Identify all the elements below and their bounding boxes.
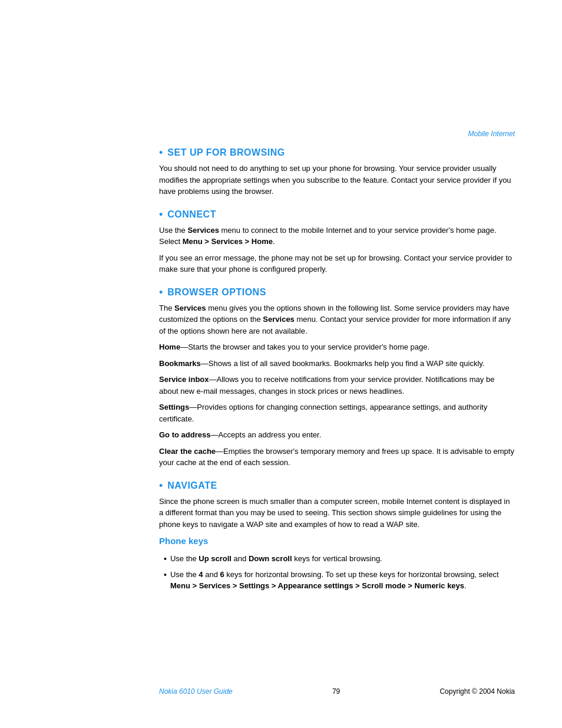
page: Mobile Internet • SET UP FOR BROWSING Yo… bbox=[0, 0, 562, 728]
section-title-setup: SET UP FOR BROWSING bbox=[167, 147, 285, 158]
section-title-navigate: NAVIGATE bbox=[167, 480, 217, 491]
bullet-navigate: • bbox=[159, 480, 163, 491]
content-area: Mobile Internet • SET UP FOR BROWSING Yo… bbox=[159, 0, 515, 639]
phone-keys-list: Use the Up scroll and Down scroll keys f… bbox=[159, 553, 515, 592]
footer: Nokia 6010 User Guide 79 Copyright © 200… bbox=[159, 687, 515, 696]
bullet-browser-options: • bbox=[159, 287, 163, 298]
section-heading-navigate: • NAVIGATE bbox=[159, 480, 515, 491]
phone-key-item-2: Use the 4 and 6 keys for horizontal brow… bbox=[164, 569, 515, 592]
section-title-browser-options: BROWSER OPTIONS bbox=[167, 287, 266, 298]
section-body-setup: You should not need to do anything to se… bbox=[159, 163, 515, 197]
navigate-intro: Since the phone screen is much smaller t… bbox=[159, 496, 515, 531]
subsection-title-phone-keys: Phone keys bbox=[159, 535, 515, 548]
connect-para-1: Use the Services menu to connect to the … bbox=[159, 225, 515, 248]
section-heading-connect: • CONNECT bbox=[159, 209, 515, 220]
term-service-inbox: Service inbox—Allows you to receive noti… bbox=[159, 374, 515, 397]
bullet-connect: • bbox=[159, 209, 163, 220]
section-title-connect: CONNECT bbox=[167, 209, 216, 220]
term-bookmarks: Bookmarks—Shows a list of all saved book… bbox=[159, 358, 515, 370]
section-body-connect: Use the Services menu to connect to the … bbox=[159, 225, 515, 275]
term-clear-cache: Clear the cache—Empties the browser's te… bbox=[159, 446, 515, 469]
section-heading-browser-options: • BROWSER OPTIONS bbox=[159, 287, 515, 298]
term-settings: Settings—Provides options for changing c… bbox=[159, 401, 515, 424]
page-label: Mobile Internet bbox=[159, 130, 515, 138]
section-heading-setup: • SET UP FOR BROWSING bbox=[159, 147, 515, 158]
section-setup: • SET UP FOR BROWSING You should not nee… bbox=[159, 147, 515, 197]
footer-copyright: Copyright © 2004 Nokia bbox=[439, 687, 515, 696]
subsection-phone-keys: Phone keys Use the Up scroll and Down sc… bbox=[159, 535, 515, 592]
phone-key-item-1: Use the Up scroll and Down scroll keys f… bbox=[164, 553, 515, 565]
section-browser-options: • BROWSER OPTIONS The Services menu give… bbox=[159, 287, 515, 469]
section-body-browser-options: The Services menu gives you the options … bbox=[159, 302, 515, 469]
footer-page-number: 79 bbox=[332, 687, 340, 696]
term-home: Home—Starts the browser and takes you to… bbox=[159, 341, 515, 353]
section-navigate: • NAVIGATE Since the phone screen is muc… bbox=[159, 480, 515, 592]
bullet-setup: • bbox=[159, 147, 163, 158]
browser-options-intro: The Services menu gives you the options … bbox=[159, 302, 515, 337]
section-connect: • CONNECT Use the Services menu to conne… bbox=[159, 209, 515, 275]
term-go-to-address: Go to address—Accepts an address you ent… bbox=[159, 429, 515, 441]
section-body-navigate: Since the phone screen is much smaller t… bbox=[159, 496, 515, 592]
footer-left: Nokia 6010 User Guide bbox=[159, 687, 233, 696]
connect-para-2: If you see an error message, the phone m… bbox=[159, 252, 515, 275]
